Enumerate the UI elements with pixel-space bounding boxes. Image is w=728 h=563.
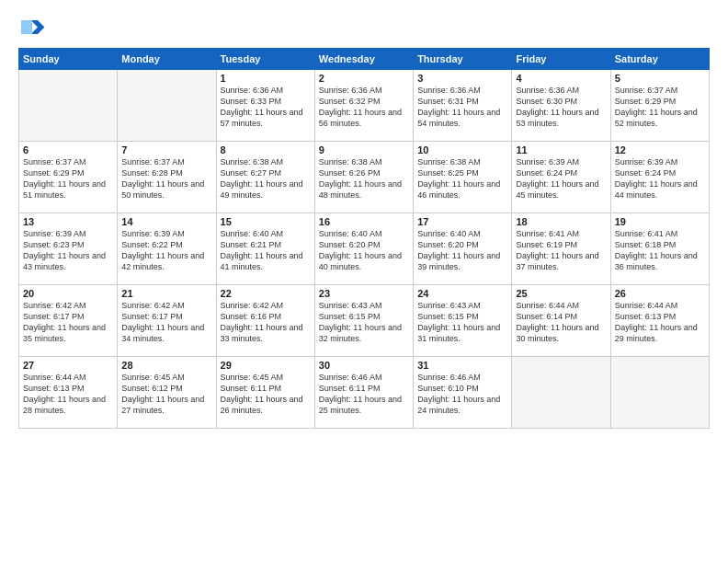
day-cell: 15Sunrise: 6:40 AM Sunset: 6:21 PM Dayli… — [216, 213, 314, 285]
day-cell: 20Sunrise: 6:42 AM Sunset: 6:17 PM Dayli… — [19, 285, 118, 357]
header-day: Thursday — [414, 49, 512, 70]
day-cell: 13Sunrise: 6:39 AM Sunset: 6:23 PM Dayli… — [19, 213, 118, 285]
day-cell: 23Sunrise: 6:43 AM Sunset: 6:15 PM Dayli… — [314, 285, 413, 357]
day-number: 9 — [319, 144, 409, 155]
day-cell: 30Sunrise: 6:46 AM Sunset: 6:11 PM Dayli… — [314, 357, 413, 429]
day-cell — [118, 70, 216, 142]
day-cell: 8Sunrise: 6:38 AM Sunset: 6:27 PM Daylig… — [216, 142, 314, 213]
day-number: 19 — [615, 216, 705, 227]
day-info: Sunrise: 6:36 AM Sunset: 6:32 PM Dayligh… — [319, 85, 409, 130]
day-cell: 5Sunrise: 6:37 AM Sunset: 6:29 PM Daylig… — [610, 70, 709, 142]
day-number: 6 — [23, 144, 113, 155]
week-row: 13Sunrise: 6:39 AM Sunset: 6:23 PM Dayli… — [19, 213, 710, 285]
day-number: 5 — [615, 73, 705, 84]
day-info: Sunrise: 6:36 AM Sunset: 6:30 PM Dayligh… — [516, 85, 606, 130]
day-cell: 17Sunrise: 6:40 AM Sunset: 6:20 PM Dayli… — [414, 213, 512, 285]
day-number: 23 — [319, 288, 409, 299]
header — [18, 15, 710, 42]
day-cell — [512, 357, 610, 429]
day-number: 27 — [23, 360, 113, 371]
day-info: Sunrise: 6:42 AM Sunset: 6:17 PM Dayligh… — [121, 300, 211, 345]
day-info: Sunrise: 6:40 AM Sunset: 6:21 PM Dayligh… — [221, 228, 311, 273]
day-info: Sunrise: 6:44 AM Sunset: 6:13 PM Dayligh… — [615, 300, 705, 345]
day-info: Sunrise: 6:45 AM Sunset: 6:12 PM Dayligh… — [121, 372, 211, 417]
day-info: Sunrise: 6:41 AM Sunset: 6:19 PM Dayligh… — [516, 228, 606, 273]
day-info: Sunrise: 6:39 AM Sunset: 6:23 PM Dayligh… — [23, 228, 113, 273]
day-info: Sunrise: 6:46 AM Sunset: 6:11 PM Dayligh… — [319, 372, 409, 417]
day-info: Sunrise: 6:46 AM Sunset: 6:10 PM Dayligh… — [417, 372, 507, 417]
day-number: 26 — [615, 288, 705, 299]
day-cell: 26Sunrise: 6:44 AM Sunset: 6:13 PM Dayli… — [610, 285, 709, 357]
day-number: 25 — [516, 288, 606, 299]
day-cell: 31Sunrise: 6:46 AM Sunset: 6:10 PM Dayli… — [414, 357, 512, 429]
header-day: Monday — [118, 49, 216, 70]
day-number: 21 — [121, 288, 211, 299]
day-info: Sunrise: 6:37 AM Sunset: 6:29 PM Dayligh… — [615, 85, 705, 130]
day-cell — [19, 70, 118, 142]
day-info: Sunrise: 6:36 AM Sunset: 6:31 PM Dayligh… — [417, 85, 507, 130]
day-number: 11 — [516, 144, 606, 155]
header-day: Wednesday — [314, 49, 413, 70]
day-info: Sunrise: 6:45 AM Sunset: 6:11 PM Dayligh… — [221, 372, 311, 417]
day-cell: 28Sunrise: 6:45 AM Sunset: 6:12 PM Dayli… — [118, 357, 216, 429]
day-number: 13 — [23, 216, 113, 227]
day-cell: 10Sunrise: 6:38 AM Sunset: 6:25 PM Dayli… — [414, 142, 512, 213]
day-info: Sunrise: 6:44 AM Sunset: 6:14 PM Dayligh… — [516, 300, 606, 345]
day-number: 30 — [319, 360, 409, 371]
svg-rect-2 — [21, 20, 32, 34]
header-day: Saturday — [610, 49, 709, 70]
day-info: Sunrise: 6:36 AM Sunset: 6:33 PM Dayligh… — [221, 85, 311, 130]
day-cell: 7Sunrise: 6:37 AM Sunset: 6:28 PM Daylig… — [118, 142, 216, 213]
day-info: Sunrise: 6:44 AM Sunset: 6:13 PM Dayligh… — [23, 372, 113, 417]
day-info: Sunrise: 6:39 AM Sunset: 6:24 PM Dayligh… — [615, 156, 705, 201]
day-info: Sunrise: 6:41 AM Sunset: 6:18 PM Dayligh… — [615, 228, 705, 273]
day-info: Sunrise: 6:38 AM Sunset: 6:25 PM Dayligh… — [417, 156, 507, 201]
day-number: 12 — [615, 144, 705, 155]
day-number: 28 — [121, 360, 211, 371]
day-cell — [610, 357, 709, 429]
day-number: 17 — [417, 216, 507, 227]
day-info: Sunrise: 6:37 AM Sunset: 6:29 PM Dayligh… — [23, 156, 113, 201]
week-row: 6Sunrise: 6:37 AM Sunset: 6:29 PM Daylig… — [19, 142, 710, 213]
day-info: Sunrise: 6:37 AM Sunset: 6:28 PM Dayligh… — [121, 156, 211, 201]
day-number: 10 — [417, 144, 507, 155]
day-info: Sunrise: 6:42 AM Sunset: 6:16 PM Dayligh… — [221, 300, 311, 345]
header-day: Friday — [512, 49, 610, 70]
day-cell: 25Sunrise: 6:44 AM Sunset: 6:14 PM Dayli… — [512, 285, 610, 357]
calendar: SundayMondayTuesdayWednesdayThursdayFrid… — [18, 48, 710, 429]
day-info: Sunrise: 6:43 AM Sunset: 6:15 PM Dayligh… — [417, 300, 507, 345]
logo — [18, 15, 50, 42]
day-cell: 22Sunrise: 6:42 AM Sunset: 6:16 PM Dayli… — [216, 285, 314, 357]
day-cell: 4Sunrise: 6:36 AM Sunset: 6:30 PM Daylig… — [512, 70, 610, 142]
day-number: 24 — [417, 288, 507, 299]
week-row: 27Sunrise: 6:44 AM Sunset: 6:13 PM Dayli… — [19, 357, 710, 429]
day-info: Sunrise: 6:42 AM Sunset: 6:17 PM Dayligh… — [23, 300, 113, 345]
day-cell: 16Sunrise: 6:40 AM Sunset: 6:20 PM Dayli… — [314, 213, 413, 285]
day-cell: 18Sunrise: 6:41 AM Sunset: 6:19 PM Dayli… — [512, 213, 610, 285]
day-cell: 11Sunrise: 6:39 AM Sunset: 6:24 PM Dayli… — [512, 142, 610, 213]
day-number: 31 — [417, 360, 507, 371]
week-row: 20Sunrise: 6:42 AM Sunset: 6:17 PM Dayli… — [19, 285, 710, 357]
day-cell: 2Sunrise: 6:36 AM Sunset: 6:32 PM Daylig… — [314, 70, 413, 142]
day-cell: 29Sunrise: 6:45 AM Sunset: 6:11 PM Dayli… — [216, 357, 314, 429]
day-info: Sunrise: 6:38 AM Sunset: 6:27 PM Dayligh… — [221, 156, 311, 201]
day-number: 3 — [417, 73, 507, 84]
day-number: 16 — [319, 216, 409, 227]
day-number: 8 — [221, 144, 311, 155]
day-number: 4 — [516, 73, 606, 84]
day-cell: 19Sunrise: 6:41 AM Sunset: 6:18 PM Dayli… — [610, 213, 709, 285]
logo-icon — [18, 15, 46, 42]
day-info: Sunrise: 6:40 AM Sunset: 6:20 PM Dayligh… — [319, 228, 409, 273]
day-number: 7 — [121, 144, 211, 155]
day-number: 29 — [221, 360, 311, 371]
header-day: Sunday — [19, 49, 118, 70]
day-number: 1 — [221, 73, 311, 84]
day-number: 22 — [221, 288, 311, 299]
day-number: 20 — [23, 288, 113, 299]
day-cell: 3Sunrise: 6:36 AM Sunset: 6:31 PM Daylig… — [414, 70, 512, 142]
day-cell: 6Sunrise: 6:37 AM Sunset: 6:29 PM Daylig… — [19, 142, 118, 213]
day-cell: 12Sunrise: 6:39 AM Sunset: 6:24 PM Dayli… — [610, 142, 709, 213]
day-cell: 27Sunrise: 6:44 AM Sunset: 6:13 PM Dayli… — [19, 357, 118, 429]
day-number: 14 — [121, 216, 211, 227]
header-row: SundayMondayTuesdayWednesdayThursdayFrid… — [19, 49, 710, 70]
